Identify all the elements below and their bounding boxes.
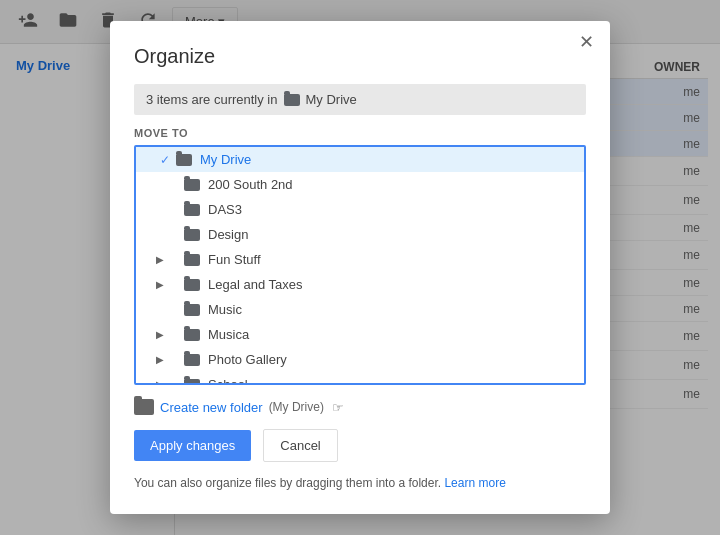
expand-icon: ▶ [152, 279, 168, 290]
check-icon: ✓ [160, 153, 174, 167]
drag-hint-text: You can also organize files by dragging … [134, 476, 441, 490]
tree-item-school[interactable]: ▶ School [136, 372, 584, 385]
tree-item-legal-taxes[interactable]: ▶ Legal and Taxes [136, 272, 584, 297]
tree-item-label: My Drive [200, 152, 576, 167]
cancel-button[interactable]: Cancel [263, 429, 337, 462]
tree-item-200-south[interactable]: 200 South 2nd [136, 172, 584, 197]
tree-folder-icon [184, 204, 200, 216]
tree-folder-icon [184, 279, 200, 291]
learn-more-link[interactable]: Learn more [444, 476, 505, 490]
tree-item-music[interactable]: Music [136, 297, 584, 322]
expand-icon: ▶ [152, 254, 168, 265]
tree-folder-icon [184, 179, 200, 191]
create-folder-icon [134, 399, 154, 415]
tree-item-label: Musica [208, 327, 576, 342]
tree-folder-icon [184, 329, 200, 341]
tree-item-label: DAS3 [208, 202, 576, 217]
tree-folder-icon [184, 379, 200, 386]
tree-item-label: Fun Stuff [208, 252, 576, 267]
tree-folder-icon [184, 254, 200, 266]
tree-item-my-drive[interactable]: ✓ My Drive [136, 147, 584, 172]
expand-icon: ▶ [152, 354, 168, 365]
tree-item-label: School [208, 377, 576, 385]
modal-title: Organize [134, 45, 586, 68]
tree-folder-icon [184, 304, 200, 316]
tree-folder-icon [176, 154, 192, 166]
create-new-folder-link[interactable]: Create new folder [160, 400, 263, 415]
tree-item-fun-stuff[interactable]: ▶ Fun Stuff [136, 247, 584, 272]
modal-overlay: ✕ Organize 3 items are currently in My D… [0, 0, 720, 535]
create-folder-context: (My Drive) [269, 400, 324, 414]
tree-folder-icon [184, 229, 200, 241]
drag-hint: You can also organize files by dragging … [134, 476, 586, 490]
expand-icon: ▶ [152, 329, 168, 340]
tree-item-musica[interactable]: ▶ Musica [136, 322, 584, 347]
location-text: 3 items are currently in [146, 92, 278, 107]
location-bar: 3 items are currently in My Drive [134, 84, 586, 115]
modal-actions: Apply changes Cancel [134, 429, 586, 462]
tree-item-label: Photo Gallery [208, 352, 576, 367]
move-to-label: MOVE TO [134, 127, 586, 139]
organize-modal: ✕ Organize 3 items are currently in My D… [110, 21, 610, 514]
create-folder-row: Create new folder (My Drive) ☞ [134, 399, 586, 415]
tree-item-photo-gallery[interactable]: ▶ Photo Gallery [136, 347, 584, 372]
tree-item-label: Design [208, 227, 576, 242]
apply-changes-button[interactable]: Apply changes [134, 430, 251, 461]
cursor-indicator: ☞ [332, 400, 344, 415]
tree-item-design[interactable]: Design [136, 222, 584, 247]
tree-item-label: Music [208, 302, 576, 317]
tree-item-das3[interactable]: DAS3 [136, 197, 584, 222]
tree-item-label: 200 South 2nd [208, 177, 576, 192]
expand-icon: ▶ [152, 379, 168, 385]
modal-close-button[interactable]: ✕ [579, 33, 594, 51]
tree-item-label: Legal and Taxes [208, 277, 576, 292]
location-folder-icon [284, 94, 300, 106]
location-folder-name: My Drive [306, 92, 357, 107]
folder-tree[interactable]: ✓ My Drive 200 South 2nd DAS3 [134, 145, 586, 385]
tree-folder-icon [184, 354, 200, 366]
